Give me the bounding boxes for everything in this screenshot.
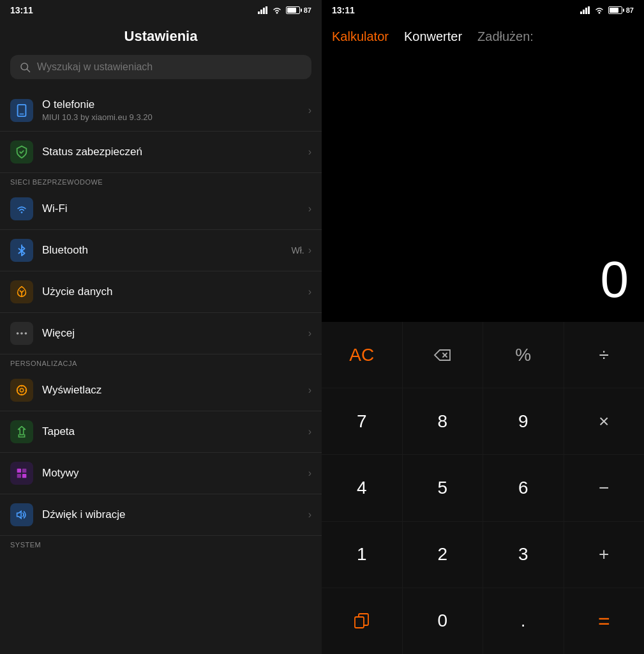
settings-item-wyswietlacz[interactable]: Wyświetlacz ›	[0, 370, 322, 411]
btn-2[interactable]: 2	[403, 522, 483, 588]
calculator-panel: 13:11 87 Kalkulator Konwerter Zadłużen:	[322, 0, 644, 654]
themes-icon	[10, 462, 33, 485]
section-personalizacja: PERSONALIZACJA	[0, 354, 322, 370]
motywy-label: Motywy	[42, 467, 308, 480]
settings-item-wifi[interactable]: Wi-Fi ›	[0, 188, 322, 230]
btn-plus[interactable]: +	[564, 522, 645, 588]
btn-3[interactable]: 3	[483, 522, 564, 588]
wiecej-content: Więcej	[42, 327, 308, 340]
status-zabezpieczen-label: Status zabezpieczeń	[42, 146, 308, 158]
btn-equals[interactable]: =	[564, 588, 645, 654]
search-container[interactable]	[10, 55, 311, 79]
o-telefonie-right: ›	[308, 105, 311, 116]
btn-divide[interactable]: ÷	[564, 322, 645, 388]
calc-time: 13:11	[332, 5, 355, 15]
tab-kalkulator[interactable]: Kalkulator	[332, 27, 389, 47]
backspace-icon	[433, 347, 452, 363]
wifi-right: ›	[308, 203, 311, 215]
settings-panel: 13:11 87 Ustawienia	[0, 0, 322, 654]
battery-percent: 87	[304, 6, 311, 14]
signal-icon	[258, 6, 268, 14]
svg-rect-26	[585, 8, 587, 14]
wifi-status-icon	[272, 6, 282, 14]
settings-item-motywy[interactable]: Motywy ›	[0, 453, 322, 494]
calc-signal-icon	[580, 6, 590, 14]
settings-item-status-zabezpieczen[interactable]: Status zabezpieczeń ›	[0, 132, 322, 173]
btn-ac[interactable]: AC	[322, 322, 402, 388]
calc-wifi-icon	[594, 6, 604, 14]
bluetooth-label: Bluetooth	[42, 244, 291, 257]
uzycie-danych-label: Użycie danych	[42, 285, 308, 298]
btn-9[interactable]: 9	[483, 388, 564, 454]
dzwiek-right: ›	[308, 509, 311, 521]
settings-item-uzycie-danych[interactable]: Użycie danych ›	[0, 271, 322, 313]
btn-multiply[interactable]: ×	[564, 388, 645, 454]
svg-rect-1	[260, 10, 262, 14]
data-icon	[10, 280, 33, 303]
chevron-icon: ›	[308, 509, 311, 521]
btn-0[interactable]: 0	[403, 588, 483, 654]
svg-rect-25	[583, 10, 585, 14]
tab-zadluzenie[interactable]: Zadłużen:	[477, 27, 534, 47]
chevron-icon: ›	[308, 328, 311, 339]
settings-status-bar: 13:11 87	[0, 0, 322, 20]
svg-rect-0	[258, 11, 260, 14]
chevron-icon: ›	[308, 203, 311, 215]
btn-percent[interactable]: %	[483, 322, 564, 388]
btn-dot[interactable]: .	[483, 588, 564, 654]
btn-copy[interactable]	[322, 588, 402, 654]
tapeta-label: Tapeta	[42, 425, 308, 438]
btn-4[interactable]: 4	[322, 455, 402, 521]
btn-backspace[interactable]	[403, 322, 483, 388]
calc-status-icons: 87	[580, 6, 634, 14]
btn-5[interactable]: 5	[403, 455, 483, 521]
section-system: SYSTEM	[0, 536, 322, 551]
btn-7[interactable]: 7	[322, 388, 402, 454]
chevron-icon: ›	[308, 426, 311, 437]
wyswietlacz-right: ›	[308, 384, 311, 396]
sound-icon	[10, 503, 33, 526]
wifi-label: Wi-Fi	[42, 202, 308, 215]
svg-marker-23	[17, 512, 21, 519]
settings-item-wiecej[interactable]: Więcej ›	[0, 313, 322, 354]
motywy-content: Motywy	[42, 467, 308, 480]
btn-minus[interactable]: −	[564, 455, 645, 521]
chevron-icon: ›	[308, 384, 311, 396]
svg-rect-31	[355, 617, 364, 628]
search-input[interactable]	[37, 61, 303, 73]
calc-status-bar: 13:11 87	[322, 0, 644, 20]
chevron-icon: ›	[308, 105, 311, 116]
svg-rect-7	[18, 104, 26, 116]
calc-battery-icon	[608, 6, 622, 14]
svg-line-6	[27, 69, 30, 72]
tapeta-content: Tapeta	[42, 425, 308, 438]
svg-rect-22	[22, 474, 26, 478]
copy-icon	[353, 612, 371, 630]
svg-rect-20	[22, 469, 26, 473]
calc-tabs: Kalkulator Konwerter Zadłużen:	[322, 20, 644, 53]
svg-point-14	[20, 388, 24, 392]
settings-list: O telefonie MIUI 10.3 by xiaomi.eu 9.3.2…	[0, 89, 322, 654]
settings-item-tapeta[interactable]: Tapeta ›	[0, 411, 322, 453]
settings-status-icons: 87	[258, 6, 311, 14]
settings-item-o-telefonie[interactable]: O telefonie MIUI 10.3 by xiaomi.eu 9.3.2…	[0, 89, 322, 132]
wyswietlacz-label: Wyświetlacz	[42, 384, 308, 397]
svg-rect-21	[17, 474, 21, 478]
page-title: Ustawienia	[0, 20, 322, 55]
phone-icon	[10, 99, 33, 122]
dzwiek-label: Dźwięk i wibracje	[42, 508, 308, 521]
tab-konwerter[interactable]: Konwerter	[404, 27, 462, 47]
wyswietlacz-content: Wyświetlacz	[42, 384, 308, 397]
svg-rect-24	[580, 11, 582, 14]
bluetooth-content: Bluetooth	[42, 244, 291, 257]
settings-item-bluetooth[interactable]: Bluetooth Wł. ›	[0, 230, 322, 271]
settings-item-dzwiek[interactable]: Dźwięk i wibracje ›	[0, 494, 322, 536]
svg-point-28	[598, 12, 600, 14]
btn-6[interactable]: 6	[483, 455, 564, 521]
security-icon	[10, 141, 33, 164]
btn-8[interactable]: 8	[403, 388, 483, 454]
calc-display-number: 0	[601, 250, 629, 309]
svg-point-9	[21, 211, 23, 213]
wiecej-label: Więcej	[42, 327, 308, 340]
btn-1[interactable]: 1	[322, 522, 402, 588]
